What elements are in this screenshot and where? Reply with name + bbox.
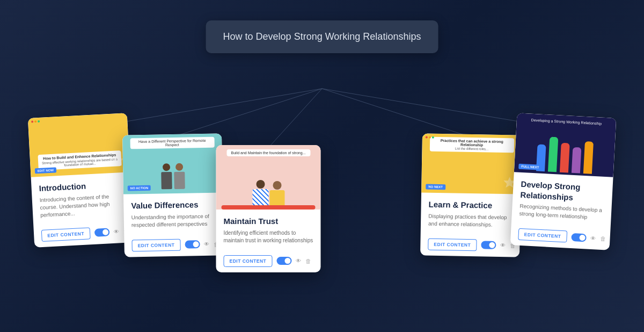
- card3-desc: Identifying efficient methods to maintai…: [224, 229, 313, 244]
- card-maintain-trust: Build and Maintain the foundation of str…: [216, 145, 321, 272]
- card3-eye-icon[interactable]: 👁: [296, 258, 301, 264]
- card2-thumb-title: Have a Different Perspective for Remote …: [130, 137, 215, 149]
- card1-eye-icon[interactable]: 👁: [114, 228, 120, 235]
- card4-eye-icon[interactable]: 👁: [500, 242, 506, 248]
- card5-eye-icon[interactable]: 👁: [590, 235, 596, 241]
- card2-desc: Understanding the importance of respecte…: [131, 212, 216, 229]
- scene: How to Develop Strong Working Relationsh…: [0, 0, 644, 332]
- card3-trash-icon[interactable]: 🗑: [305, 258, 311, 264]
- card2-footer: EDIT CONTENT 👁 🗑: [124, 238, 224, 257]
- center-title-node: How to Develop Strong Working Relationsh…: [206, 20, 438, 53]
- card5-toggle[interactable]: [571, 233, 587, 241]
- card4-body: Learn & Practice Displaying practices th…: [421, 192, 521, 240]
- card1-thumbnail: How to Build and Enhance Relationships S…: [28, 113, 130, 177]
- card2-title: Value Differences: [131, 199, 215, 211]
- card2-body: Value Differences Understanding the impo…: [123, 192, 223, 240]
- card1-desc: Introducing the content of the course. U…: [39, 192, 125, 219]
- card-develop-relationships: Developing a Strong Working Relationship…: [510, 113, 617, 250]
- browser-dots: [31, 120, 40, 123]
- card1-edit-button[interactable]: EDIT CONTENT: [41, 227, 91, 242]
- card4-title: Learn & Practice: [429, 199, 513, 211]
- skate-illustration: [216, 145, 321, 210]
- card2-thumbnail: Have a Different Perspective for Remote …: [122, 133, 223, 194]
- card-introduction: How to Build and Enhance Relationships S…: [28, 113, 134, 247]
- person1: [160, 163, 172, 189]
- card5-desc: Recognizing methods to develop a strong …: [519, 203, 604, 222]
- card1-body: Introduction Introducing the content of …: [31, 172, 133, 230]
- card-learn-practice: Practices that can achieve a strong Rela…: [420, 133, 522, 257]
- card4-thumbnail: Practices that can achieve a strong Rela…: [421, 133, 522, 194]
- card4-footer: EDIT CONTENT 👁 🗑: [420, 238, 520, 257]
- people-illustration: [160, 163, 185, 190]
- card2-edit-button[interactable]: EDIT CONTENT: [131, 239, 180, 251]
- center-title: How to Develop Strong Working Relationsh…: [223, 31, 421, 42]
- card5-body: Develop Strong Relationships Recognizing…: [511, 172, 613, 233]
- card4-thumb-title: Practices that can achieve a strong Rela…: [429, 137, 514, 153]
- card3-toggle[interactable]: [276, 257, 291, 265]
- browser-dots-4: [426, 136, 434, 139]
- card5-edit-button[interactable]: EDIT CONTENT: [518, 228, 567, 243]
- card3-thumbnail: Build and Maintain the foundation of str…: [216, 145, 321, 210]
- card2-eye-icon[interactable]: 👁: [204, 241, 209, 247]
- card2-toggle[interactable]: [185, 240, 200, 248]
- card5-title: Develop Strong Relationships: [520, 179, 605, 204]
- card-value-differences: Have a Different Perspective for Remote …: [122, 133, 224, 257]
- card3-edit-button[interactable]: EDIT CONTENT: [224, 255, 273, 267]
- card1-toggle[interactable]: [94, 228, 110, 236]
- card4-toggle[interactable]: [481, 241, 496, 249]
- card5-trash-icon[interactable]: 🗑: [600, 235, 606, 242]
- card4-edit-button[interactable]: EDIT CONTENT: [428, 238, 477, 251]
- card1-title: Introduction: [39, 179, 123, 194]
- person2: [173, 163, 185, 189]
- card3-title: Maintain Trust: [224, 216, 313, 227]
- card3-body: Maintain Trust Identifying efficient met…: [216, 210, 321, 255]
- card4-desc: Displaying practices that develop and en…: [428, 212, 513, 229]
- card5-thumbnail: Developing a Strong Working Relationship…: [514, 113, 617, 177]
- card3-footer: EDIT CONTENT 👁 🗑: [216, 255, 321, 272]
